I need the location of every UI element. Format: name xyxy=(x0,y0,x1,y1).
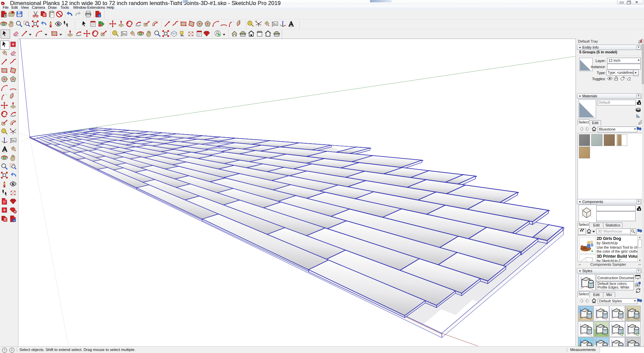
svg-text:A1: A1 xyxy=(12,139,16,142)
svg-text:A1: A1 xyxy=(123,32,126,35)
svg-text:A1: A1 xyxy=(274,22,277,26)
